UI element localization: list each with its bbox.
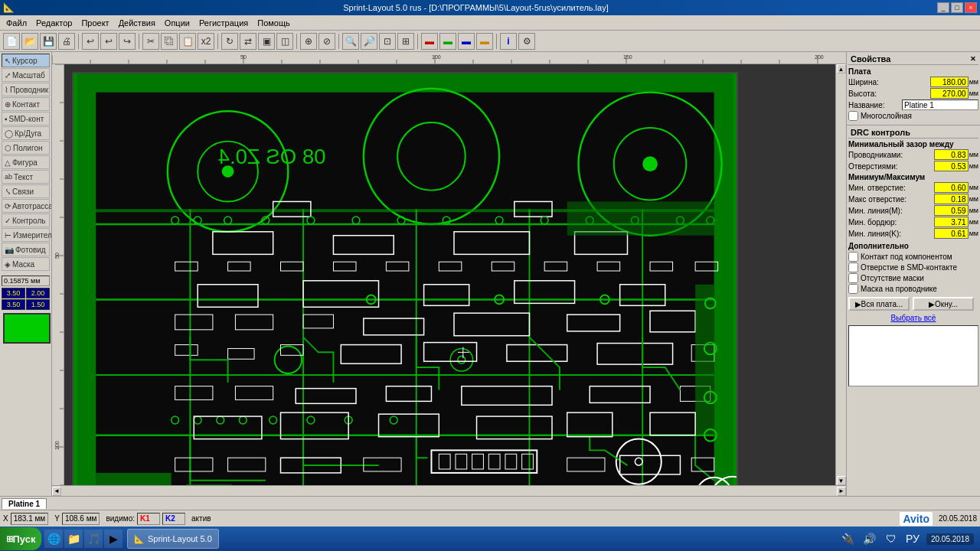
min-lineM-input[interactable]	[934, 205, 969, 216]
scroll-h[interactable]: ◄ ►	[52, 485, 846, 496]
copy-button[interactable]: ⿻	[161, 33, 178, 50]
volume-icon[interactable]: 🔊	[862, 531, 877, 546]
min-hole-input[interactable]	[934, 182, 969, 193]
close-button[interactable]: ×	[965, 2, 977, 13]
tool-ratsnest[interactable]: ⤥ Связи	[2, 184, 50, 198]
properties-panel: Свойства ✕ Плата Ширина: мм Высота: мм	[847, 52, 980, 126]
clock-display[interactable]: 20.05.2018	[926, 533, 974, 545]
contact-checkbox[interactable]	[848, 252, 858, 262]
width-row: Ширина: мм	[848, 77, 978, 87]
sprint-taskbar-item[interactable]: 📐 Sprint-Layout 5.0	[127, 529, 219, 549]
undo2-button[interactable]: ↩	[100, 33, 117, 50]
save-button[interactable]: 💾	[40, 33, 57, 50]
tool-measure[interactable]: ⊢ Измеритель	[2, 228, 50, 242]
layer3-button[interactable]: ▬	[458, 33, 475, 50]
holes-input[interactable]	[934, 161, 969, 171]
media-icon[interactable]: 🎵	[84, 530, 103, 548]
mirror-button[interactable]: ⇄	[240, 33, 256, 50]
scroll-down-button[interactable]: ▼	[837, 476, 846, 485]
name-input[interactable]	[902, 99, 978, 110]
group-button[interactable]: ▣	[258, 33, 275, 50]
active-color[interactable]	[3, 313, 51, 344]
track-icon: ⌇	[5, 86, 8, 94]
min-lineK-input[interactable]	[934, 228, 969, 239]
layer2-button[interactable]: ▬	[439, 33, 456, 50]
menu-register[interactable]: Регистрация	[194, 17, 253, 29]
zoom-out-button[interactable]: 🔎	[361, 33, 377, 50]
y-value: 108.6 мм	[62, 513, 100, 525]
rotate-button[interactable]: ↻	[221, 33, 238, 50]
multilayer-checkbox[interactable]	[848, 111, 858, 121]
open-button[interactable]: 📂	[21, 33, 38, 50]
select-all-link[interactable]: Выбрать всё	[848, 314, 978, 322]
layer1-button[interactable]: ▬	[421, 33, 438, 50]
ru-lang-icon[interactable]: РУ	[905, 531, 920, 546]
ruler-left-canvas	[52, 64, 64, 485]
tool-mask[interactable]: ◈ Маска	[2, 257, 50, 271]
ie-icon[interactable]: 🌐	[44, 530, 63, 548]
width-input[interactable]	[930, 77, 969, 87]
window-button[interactable]: ▶ Окну...	[913, 297, 974, 311]
max-hole-input[interactable]	[934, 194, 969, 204]
scroll-v[interactable]: ▲ ▼	[835, 64, 846, 485]
tool-scale[interactable]: ⤢ Масштаб	[2, 68, 50, 82]
layer4-button[interactable]: ▬	[476, 33, 493, 50]
tool-text[interactable]: ab Текст	[2, 170, 50, 184]
folder-icon[interactable]: 📁	[64, 530, 83, 548]
x2-button[interactable]: x2	[198, 33, 214, 50]
scroll-left-button[interactable]: ◄	[52, 487, 61, 496]
all-plate-button[interactable]: ▶ Вся плата...	[848, 297, 910, 311]
min-border-input[interactable]	[934, 217, 969, 227]
menu-help[interactable]: Помощь	[253, 17, 295, 29]
menu-options[interactable]: Опции	[160, 17, 194, 29]
zoom-area-button[interactable]: ⊞	[397, 33, 414, 50]
menu-file[interactable]: Файл	[2, 17, 31, 29]
height-row: Высота: мм	[848, 88, 978, 99]
no-mask-checkbox[interactable]	[848, 273, 858, 283]
tool-smd[interactable]: ▪ SMD-конт	[2, 112, 50, 126]
start-button[interactable]: ⊞ Пуск	[0, 527, 41, 550]
print-button[interactable]: 🖨	[58, 33, 75, 50]
tool-figure[interactable]: △ Фигура	[2, 155, 50, 169]
new-button[interactable]: 📄	[3, 33, 20, 50]
settings-button[interactable]: ⚙	[518, 33, 535, 50]
props-close-button[interactable]: ✕	[970, 55, 976, 63]
tool-cursor[interactable]: ↖ Курсор	[2, 54, 50, 67]
ungroup-button[interactable]: ◫	[276, 33, 293, 50]
traces-input[interactable]	[934, 149, 969, 160]
pcb-svg: 08 OS Z0.4	[74, 73, 737, 485]
track-button[interactable]: ⊘	[318, 33, 335, 50]
scroll-right-button[interactable]: ►	[837, 487, 846, 496]
pad-button[interactable]: ⊕	[300, 33, 317, 50]
undo-button[interactable]: ↩	[82, 33, 99, 50]
svg-text:08 OS Z0.4: 08 OS Z0.4	[218, 145, 326, 168]
layer-tab-platine1[interactable]: Platine 1	[2, 498, 47, 509]
zoom-in-button[interactable]: 🔍	[342, 33, 359, 50]
menu-project[interactable]: Проект	[77, 17, 113, 29]
redo-button[interactable]: ↪	[119, 33, 136, 50]
paste-button[interactable]: 📋	[179, 33, 196, 50]
maximize-button[interactable]: □	[951, 2, 963, 13]
height-input[interactable]	[930, 88, 969, 99]
pcb-canvas[interactable]: 08 OS Z0.4	[64, 64, 835, 485]
video-icon[interactable]: ▶	[104, 530, 122, 548]
no-mask-row: Отсутствие маски	[848, 273, 978, 283]
cut-button[interactable]: ✂	[142, 33, 159, 50]
zoom-fit-button[interactable]: ⊡	[379, 33, 396, 50]
network-icon[interactable]: 🔌	[841, 531, 856, 546]
mask-track-checkbox[interactable]	[848, 284, 858, 294]
minimize-button[interactable]: _	[937, 2, 949, 13]
tool-arc[interactable]: ◯ Кр/Дуга	[2, 126, 50, 140]
security-icon[interactable]: 🛡	[884, 531, 899, 546]
menu-editor[interactable]: Редактор	[31, 17, 77, 29]
tool-contact[interactable]: ⊕ Контакт	[2, 97, 50, 111]
tool-control[interactable]: ✓ Контроль	[2, 214, 50, 227]
info-button[interactable]: i	[500, 33, 517, 50]
tool-autoroute[interactable]: ⟳ Автотрасса	[2, 199, 50, 213]
tool-track[interactable]: ⌇ Проводник	[2, 83, 50, 96]
tool-photo[interactable]: 📷 Фотовид	[2, 243, 50, 256]
scroll-up-button[interactable]: ▲	[837, 64, 846, 73]
hole-smd-checkbox[interactable]	[848, 262, 858, 272]
tool-polygon[interactable]: ⬡ Полигон	[2, 141, 50, 155]
menu-actions[interactable]: Действия	[114, 17, 160, 29]
